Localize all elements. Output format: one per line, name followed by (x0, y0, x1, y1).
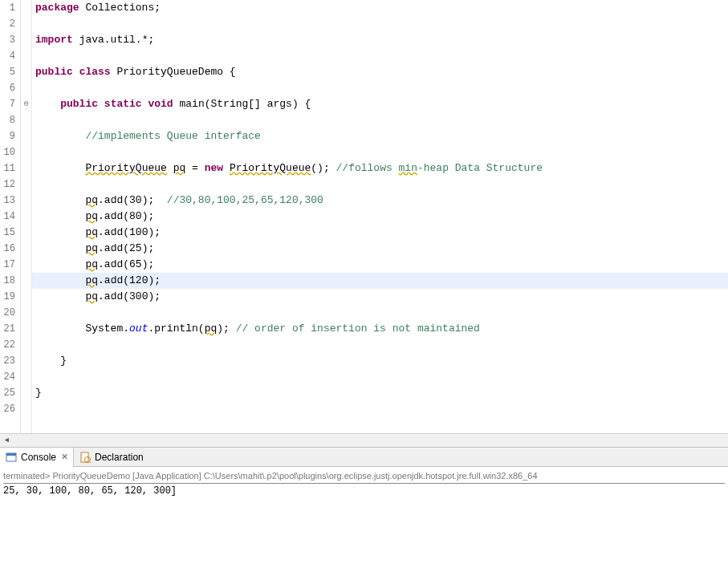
console-body[interactable]: terminated> PriorityQueueDemo [Java Appl… (0, 467, 728, 572)
annotation-cell (21, 176, 31, 193)
code-line[interactable] (32, 48, 728, 64)
tab-declaration[interactable]: Declaration (74, 448, 148, 467)
annotation-cell (21, 353, 31, 369)
annotation-cell (21, 80, 31, 96)
annotation-cell (21, 144, 31, 160)
tab-console-label: Console (21, 452, 56, 463)
annotation-cell (21, 289, 31, 305)
code-line[interactable]: pq.add(30); //30,80,100,25,65,120,300 (32, 193, 728, 209)
line-number: 7 (0, 96, 15, 112)
code-content[interactable]: package Collections;import java.util.*;p… (32, 0, 728, 433)
annotation-cell (21, 305, 31, 321)
code-line[interactable] (32, 305, 728, 321)
code-line[interactable]: pq.add(25); (32, 241, 728, 257)
code-line[interactable]: pq.add(100); (32, 225, 728, 241)
line-number: 1 (0, 0, 15, 16)
annotation-cell (21, 337, 31, 353)
line-number: 3 (0, 32, 15, 48)
annotation-cell (21, 112, 31, 128)
annotation-cell (21, 385, 31, 401)
line-number: 18 (0, 273, 15, 289)
code-line[interactable] (32, 369, 728, 385)
code-line[interactable]: //implements Queue interface (32, 128, 728, 144)
svg-rect-1 (6, 453, 16, 456)
code-line[interactable]: } (32, 353, 728, 369)
line-number: 2 (0, 16, 15, 32)
code-line[interactable]: import java.util.*; (32, 32, 728, 48)
line-number: 21 (0, 321, 15, 337)
line-number: 16 (0, 241, 15, 257)
code-line[interactable]: pq.add(120); (32, 273, 728, 289)
code-line[interactable]: PriorityQueue pq = new PriorityQueue(); … (32, 160, 728, 176)
tab-console[interactable]: Console ✕ (0, 448, 74, 467)
line-number: 5 (0, 64, 15, 80)
code-line[interactable]: package Collections; (32, 0, 728, 16)
code-line[interactable]: System.out.println(pq); // order of inse… (32, 321, 728, 337)
line-number: 24 (0, 369, 15, 385)
annotation-cell (21, 369, 31, 385)
line-number: 6 (0, 80, 15, 96)
code-line[interactable]: pq.add(65); (32, 257, 728, 273)
code-line[interactable] (32, 112, 728, 128)
code-line[interactable]: pq.add(80); (32, 209, 728, 225)
line-number: 26 (0, 401, 15, 417)
scroll-left-icon[interactable]: ◄ (0, 435, 14, 447)
line-number-gutter: 1234567891011121314151617181920212223242… (0, 0, 21, 433)
line-number: 11 (0, 160, 15, 176)
code-line[interactable] (32, 337, 728, 353)
line-number: 8 (0, 112, 15, 128)
line-number: 10 (0, 144, 15, 160)
line-number: 23 (0, 353, 15, 369)
annotation-cell (21, 225, 31, 241)
annotation-cell (21, 16, 31, 32)
annotation-cell (21, 48, 31, 64)
annotation-cell (21, 321, 31, 337)
annotation-column: ⊖ (21, 0, 32, 433)
annotation-cell (21, 193, 31, 209)
code-line[interactable] (32, 176, 728, 193)
annotation-cell (21, 64, 31, 80)
annotation-cell (21, 241, 31, 257)
annotation-cell: ⊖ (21, 96, 31, 112)
code-line[interactable]: pq.add(300); (32, 289, 728, 305)
code-editor[interactable]: 1234567891011121314151617181920212223242… (0, 0, 728, 433)
annotation-cell (21, 273, 31, 289)
code-line[interactable] (32, 16, 728, 32)
annotation-cell (21, 128, 31, 144)
console-terminated-line: terminated> PriorityQueueDemo [Java Appl… (3, 469, 725, 484)
declaration-icon (79, 451, 92, 464)
annotation-cell (21, 32, 31, 48)
annotation-cell (21, 401, 31, 417)
editor-horizontal-scrollbar[interactable]: ◄ (0, 433, 728, 447)
line-number: 9 (0, 128, 15, 144)
line-number: 25 (0, 385, 15, 401)
annotation-cell (21, 0, 31, 16)
code-line[interactable]: } (32, 385, 728, 401)
code-line[interactable] (32, 401, 728, 417)
tab-declaration-label: Declaration (95, 452, 144, 463)
console-output: 25, 30, 100, 80, 65, 120, 300] (3, 484, 725, 498)
line-number: 17 (0, 257, 15, 273)
line-number: 4 (0, 48, 15, 64)
console-icon (5, 451, 18, 464)
annotation-cell (21, 160, 31, 176)
line-number: 14 (0, 209, 15, 225)
annotation-cell (21, 257, 31, 273)
code-line[interactable]: public class PriorityQueueDemo { (32, 64, 728, 80)
line-number: 20 (0, 305, 15, 321)
line-number: 19 (0, 289, 15, 305)
bottom-tab-row: Console ✕ Declaration (0, 448, 728, 467)
line-number: 22 (0, 337, 15, 353)
annotation-cell (21, 209, 31, 225)
line-number: 12 (0, 176, 15, 193)
code-line[interactable] (32, 80, 728, 96)
close-icon[interactable]: ✕ (61, 452, 68, 462)
line-number: 13 (0, 193, 15, 209)
code-line[interactable]: public static void main(String[] args) { (32, 96, 728, 112)
bottom-panel: Console ✕ Declaration terminated> Priori… (0, 447, 728, 572)
svg-line-4 (89, 461, 91, 463)
line-number: 15 (0, 225, 15, 241)
code-line[interactable] (32, 144, 728, 160)
